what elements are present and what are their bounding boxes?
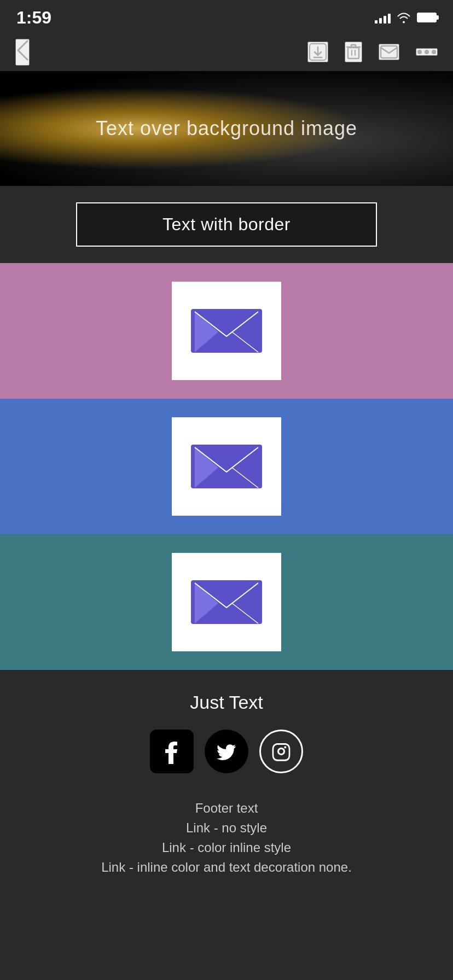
more-button[interactable] [416,48,438,56]
svg-point-4 [425,50,429,54]
social-icons-row [11,730,442,773]
svg-point-5 [432,50,436,54]
battery-icon [417,13,437,22]
back-button[interactable] [15,39,30,66]
main-content: Text with border [0,186,453,897]
email-card-pink [172,282,281,380]
email-card-blue [172,417,281,516]
facebook-icon[interactable] [150,730,194,773]
svg-rect-1 [348,48,359,59]
svg-point-3 [417,50,422,54]
just-text-section: Just Text [0,670,453,795]
footer-link-1[interactable]: Link - no style [11,820,442,836]
mail-button[interactable] [379,44,399,60]
footer-section: Footer text Link - no style Link - color… [0,795,453,897]
email-card-teal [172,553,281,651]
signal-icon [375,11,391,24]
status-icons [375,11,437,24]
wifi-icon [396,11,411,24]
download-button[interactable] [307,42,328,62]
just-text-label: Just Text [11,692,442,713]
footer-link-2[interactable]: Link - color inline style [11,840,442,855]
text-with-border-box: Text with border [76,202,377,247]
color-band-teal [0,534,453,670]
status-time: 1:59 [16,8,51,28]
text-with-border-section: Text with border [0,186,453,263]
email-icon-pink [188,304,265,358]
toolbar [0,33,453,71]
color-band-blue [0,399,453,534]
twitter-icon[interactable] [205,730,248,773]
toolbar-left [15,39,30,66]
instagram-icon[interactable] [259,730,303,773]
footer-link-3[interactable]: Link - inline color and text decoration … [11,860,442,875]
text-with-border-label: Text with border [162,214,291,234]
delete-button[interactable] [345,42,362,62]
email-icon-blue [188,439,265,494]
footer-text: Footer text [11,801,442,816]
toolbar-right [307,42,438,62]
svg-rect-2 [381,46,397,58]
color-band-pink [0,263,453,399]
status-bar: 1:59 [0,0,453,33]
hero-image: Text over background image [0,71,453,186]
hero-text: Text over background image [96,117,357,140]
email-icon-teal [188,575,265,629]
